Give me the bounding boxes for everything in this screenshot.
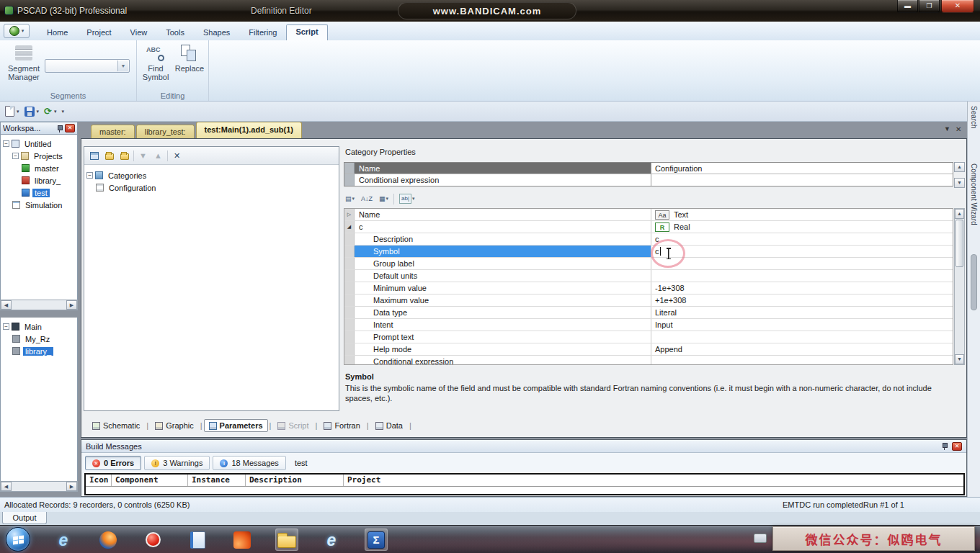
column-header-project[interactable]: Project [344, 475, 963, 486]
pin-icon[interactable] [941, 442, 948, 450]
property-name[interactable]: Data type [355, 307, 651, 318]
firefox-icon[interactable] [97, 529, 120, 551]
start-orb[interactable] [6, 527, 30, 552]
refresh-icon[interactable]: ⟳ [44, 107, 52, 117]
column-header-description[interactable]: Description [246, 475, 344, 486]
property-value[interactable] [651, 258, 953, 269]
delete-category-icon[interactable]: ✕ [171, 150, 183, 162]
document-tab-test-main-1-add-sub-1[interactable]: test:Main(1).add_sub(1) [196, 122, 302, 138]
property-name[interactable]: Name [355, 163, 651, 174]
toolbar-options-icon[interactable]: ▾ [61, 109, 64, 114]
property-value[interactable] [651, 331, 953, 343]
workspace-close-icon[interactable]: ✕ [65, 124, 75, 132]
tab-fortran[interactable]: Fortran [318, 419, 365, 432]
property-value[interactable] [651, 174, 953, 186]
matlab-icon[interactable] [231, 529, 254, 551]
output-tab[interactable]: Output [2, 512, 47, 524]
document-tab-library-test[interactable]: library_test: [136, 125, 195, 138]
ribbon-tab-tools[interactable]: Tools [156, 25, 194, 40]
add-category-icon[interactable] [88, 150, 100, 162]
chevron-down-icon[interactable]: ▾ [54, 109, 57, 114]
row-expander-icon[interactable]: ◢ [344, 221, 355, 233]
property-value[interactable]: c [651, 246, 953, 257]
property-name[interactable]: Default units [355, 270, 651, 282]
property-value[interactable] [651, 270, 953, 282]
move-down-icon[interactable]: ▼ [137, 150, 149, 162]
internet-explorer-icon[interactable]: e [52, 529, 75, 551]
move-up-icon[interactable]: ▲ [152, 150, 164, 162]
property-value[interactable]: AaText [651, 209, 953, 220]
categorized-view-icon[interactable]: ▤▾ [344, 193, 356, 205]
property-name[interactable]: Maximum value [355, 295, 651, 306]
scroll-right-icon[interactable]: ▶ [66, 482, 77, 491]
tree-expander-icon[interactable]: − [3, 140, 9, 147]
property-name[interactable]: Help mode [355, 343, 651, 355]
search-panel-tab[interactable]: Search [970, 106, 978, 129]
build-messages-close-icon[interactable]: ✕ [952, 442, 962, 451]
workspace-item-simulation[interactable]: Simulation [1, 199, 77, 211]
segment-manager-button[interactable]: Segment Manager [5, 43, 43, 81]
workspace-item-projects[interactable]: −Projects [1, 150, 77, 162]
column-header-icon[interactable]: Icon [86, 475, 112, 486]
tree-expander-icon[interactable]: − [3, 323, 9, 330]
close-document-icon[interactable]: ✕ [956, 125, 961, 133]
new-file-icon[interactable] [5, 106, 14, 117]
save-icon[interactable] [24, 107, 35, 117]
tab-graphic[interactable]: Graphic [150, 419, 199, 432]
grid-settings-icon[interactable]: ▦▾ [378, 193, 390, 205]
property-name[interactable]: Description [355, 233, 651, 245]
component-wizard-panel-tab[interactable]: Component Wizard [970, 163, 978, 225]
category-item-configuration[interactable]: Configuration [84, 181, 339, 194]
workspace-item-library[interactable]: library_ [1, 174, 77, 186]
property-name[interactable]: Conditional expression [355, 174, 651, 186]
tab-data[interactable]: Data [370, 419, 408, 432]
scrollbar-track[interactable] [955, 268, 964, 354]
component-item-my-rz[interactable]: My_Rz [1, 333, 77, 345]
add-field-icon[interactable]: ab|▾ [398, 193, 416, 205]
tree-expander-icon[interactable]: − [86, 172, 93, 179]
property-name[interactable]: c [355, 221, 651, 233]
tree-expander-icon[interactable]: − [12, 153, 19, 159]
filter-0-errors[interactable]: ✕0 Errors [85, 456, 141, 470]
property-value[interactable]: +1e+308 [651, 295, 953, 306]
segment-select-combo[interactable]: ▼ [45, 59, 130, 73]
scroll-up-icon[interactable]: ▲ [955, 209, 964, 219]
pin-icon[interactable] [56, 125, 63, 132]
ribbon-tab-filtering[interactable]: Filtering [239, 25, 286, 40]
scroll-left-icon[interactable]: ◀ [1, 482, 12, 491]
folder-icon[interactable] [275, 529, 298, 551]
replace-button[interactable]: Replace [173, 43, 206, 73]
property-name[interactable]: Intent [355, 319, 651, 331]
component-item-main[interactable]: −Main [1, 320, 77, 333]
tab-list-icon[interactable]: ▼ [944, 125, 950, 132]
header-table-scrollbar[interactable]: ▲ ▼ [954, 162, 965, 188]
component-item-library[interactable]: library_ [1, 345, 77, 357]
insert-category-after-icon[interactable] [118, 150, 130, 162]
scroll-down-icon[interactable]: ▼ [954, 178, 965, 188]
insert-category-before-icon[interactable] [103, 150, 115, 162]
scroll-up-icon[interactable]: ▲ [954, 162, 965, 172]
chevron-down-icon[interactable]: ▾ [17, 109, 19, 114]
scrollbar-thumb[interactable] [971, 254, 977, 310]
bandicam-record-icon[interactable] [141, 529, 164, 551]
property-name[interactable]: Prompt text [355, 331, 651, 343]
ribbon-tab-project[interactable]: Project [77, 25, 120, 40]
minimize-button[interactable]: ▬ [897, 0, 918, 13]
property-value[interactable]: c [651, 233, 953, 245]
application-menu-button[interactable]: ▾ [4, 24, 30, 38]
property-value[interactable]: -1e+308 [651, 282, 953, 294]
workspace-hscrollbar[interactable]: ◀ ▶ [0, 300, 78, 310]
ime-language-icon[interactable] [754, 534, 767, 543]
maximize-button[interactable]: ❐ [919, 0, 940, 13]
property-value[interactable]: Append [651, 343, 953, 355]
scroll-down-icon[interactable]: ▼ [955, 354, 964, 364]
property-value[interactable] [651, 356, 953, 365]
property-value[interactable]: RReal [651, 221, 953, 233]
scroll-left-icon[interactable]: ◀ [1, 300, 12, 310]
property-value[interactable]: Configuration [651, 163, 953, 174]
property-name[interactable]: Minimum value [355, 282, 651, 294]
column-header-instance[interactable]: Instance [188, 475, 246, 486]
tab-script[interactable]: Script [272, 419, 313, 432]
workspace-item-master[interactable]: master [1, 162, 77, 174]
category-item-categories[interactable]: −Categories [84, 169, 339, 181]
